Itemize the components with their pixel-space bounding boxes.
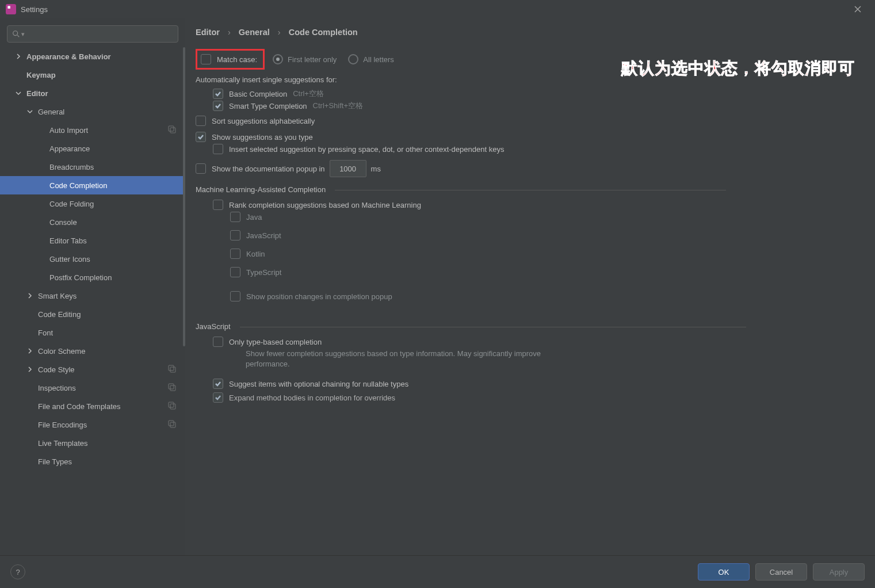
sidebar-item-code-completion[interactable]: Code Completion xyxy=(0,176,185,194)
sidebar-item-appearance[interactable]: Appearance xyxy=(0,139,185,158)
basic-completion-checkbox[interactable] xyxy=(213,89,223,99)
match-case-checkbox[interactable] xyxy=(201,54,211,64)
search-input[interactable]: ▾ xyxy=(7,25,178,43)
svg-rect-5 xyxy=(170,128,175,133)
sidebar-item-smart-keys[interactable]: Smart Keys xyxy=(0,287,185,305)
smart-shortcut-hint: Ctrl+Shift+空格 xyxy=(313,101,363,111)
svg-rect-13 xyxy=(170,422,175,427)
sidebar-item-appearance-behavior[interactable]: Appearance & Behavior xyxy=(0,47,185,66)
sidebar-item-live-templates[interactable]: Live Templates xyxy=(0,434,185,452)
insert-selected-checkbox[interactable] xyxy=(213,144,223,154)
sidebar-item-label: Appearance & Behavior xyxy=(26,52,111,61)
sidebar-item-file-encodings[interactable]: File Encodings xyxy=(0,415,185,434)
sidebar-item-console[interactable]: Console xyxy=(0,213,185,231)
ml-rank-label: Rank completion suggestions based on Mac… xyxy=(229,201,421,209)
chevron-down-icon xyxy=(25,109,35,114)
sidebar-item-label: Code Editing xyxy=(38,310,81,319)
scope-badge-icon xyxy=(168,420,176,430)
sidebar-item-color-scheme[interactable]: Color Scheme xyxy=(0,342,185,360)
sidebar-item-file-and-code-templates[interactable]: File and Code Templates xyxy=(0,397,185,415)
sidebar-item-label: Code Style xyxy=(38,365,75,374)
close-button[interactable] xyxy=(846,1,869,18)
chevron-right-icon: › xyxy=(228,28,231,37)
smart-completion-checkbox[interactable] xyxy=(213,101,223,111)
sidebar-item-code-folding[interactable]: Code Folding xyxy=(0,194,185,213)
svg-rect-8 xyxy=(169,384,174,389)
chevron-down-icon xyxy=(14,90,23,96)
apply-button[interactable]: Apply xyxy=(813,563,865,581)
sidebar-item-label: Auto Import xyxy=(49,126,88,135)
js-optional-chain-checkbox[interactable] xyxy=(213,379,223,389)
sidebar-item-label: General xyxy=(38,108,64,116)
ok-button[interactable]: OK xyxy=(698,563,750,581)
search-icon xyxy=(12,30,20,38)
breadcrumb-item[interactable]: Editor xyxy=(196,28,220,37)
doc-delay-input[interactable] xyxy=(330,160,366,177)
help-button[interactable]: ? xyxy=(10,564,25,579)
sidebar-item-editor-tabs[interactable]: Editor Tabs xyxy=(0,231,185,250)
sidebar-item-inspections[interactable]: Inspections xyxy=(0,379,185,397)
first-letter-radio[interactable] xyxy=(273,54,283,64)
breadcrumb: Editor › General › Code Completion xyxy=(185,18,875,47)
sort-alpha-checkbox[interactable] xyxy=(196,116,206,126)
svg-rect-6 xyxy=(169,365,174,371)
show-doc-suffix: ms xyxy=(371,165,381,173)
ml-js-checkbox[interactable] xyxy=(230,230,240,240)
match-case-highlight: Match case: xyxy=(196,49,265,70)
all-letters-label: All letters xyxy=(363,55,393,64)
sidebar-item-auto-import[interactable]: Auto Import xyxy=(0,121,185,139)
app-logo-icon xyxy=(6,4,16,14)
sidebar-item-label: Inspections xyxy=(38,384,76,392)
sidebar-item-code-style[interactable]: Code Style xyxy=(0,360,185,379)
ml-show-pos-checkbox[interactable] xyxy=(230,291,240,301)
show-as-type-checkbox[interactable] xyxy=(196,132,206,142)
sidebar-item-breadcrumbs[interactable]: Breadcrumbs xyxy=(0,158,185,176)
sidebar-item-postfix-completion[interactable]: Postfix Completion xyxy=(0,268,185,287)
svg-point-2 xyxy=(13,31,18,36)
breadcrumb-item[interactable]: General xyxy=(239,28,270,37)
match-case-label: Match case: xyxy=(217,55,257,64)
js-expand-bodies-label: Expand method bodies in completion for o… xyxy=(229,394,395,402)
sidebar-item-label: File Encodings xyxy=(38,421,87,429)
sidebar-item-keymap[interactable]: Keymap xyxy=(0,66,185,84)
sidebar-item-label: Keymap xyxy=(26,71,56,79)
sidebar-item-label: Live Templates xyxy=(38,439,87,448)
chevron-right-icon: › xyxy=(278,28,281,37)
sidebar: ▾ Appearance & BehaviorKeymapEditorGener… xyxy=(0,18,185,556)
insert-selected-label: Insert selected suggestion by pressing s… xyxy=(229,145,504,154)
footer: ? OK Cancel Apply xyxy=(0,555,875,588)
all-letters-radio[interactable] xyxy=(348,54,358,64)
ml-rank-checkbox[interactable] xyxy=(213,200,223,210)
svg-rect-11 xyxy=(170,404,175,409)
svg-rect-0 xyxy=(6,4,16,14)
show-as-type-label: Show suggestions as you type xyxy=(212,133,313,142)
sidebar-item-editor[interactable]: Editor xyxy=(0,84,185,102)
js-only-type-label: Only type-based completion xyxy=(229,338,322,346)
chevron-right-icon xyxy=(25,293,35,299)
chevron-right-icon xyxy=(14,54,23,59)
ml-ts-checkbox[interactable] xyxy=(230,267,240,277)
breadcrumb-item: Code Completion xyxy=(289,28,358,37)
sidebar-item-gutter-icons[interactable]: Gutter Icons xyxy=(0,250,185,268)
chevron-right-icon xyxy=(25,366,35,372)
show-doc-checkbox[interactable] xyxy=(196,163,206,174)
cancel-button[interactable]: Cancel xyxy=(755,563,807,581)
sort-alpha-label: Sort suggestions alphabetically xyxy=(212,117,315,125)
js-optional-chain-label: Suggest items with optional chaining for… xyxy=(229,380,408,388)
sidebar-item-file-types[interactable]: File Types xyxy=(0,452,185,471)
js-only-type-desc: Show fewer completion suggestions based … xyxy=(246,349,545,369)
ml-java-label: Java xyxy=(246,213,262,222)
smart-completion-label: Smart Type Completion xyxy=(229,102,307,110)
js-section-title: JavaScript xyxy=(196,322,865,331)
sidebar-item-label: Smart Keys xyxy=(38,292,77,300)
svg-rect-7 xyxy=(170,367,175,372)
ml-kotlin-label: Kotlin xyxy=(246,250,265,258)
js-expand-bodies-checkbox[interactable] xyxy=(213,392,223,403)
sidebar-item-code-editing[interactable]: Code Editing xyxy=(0,305,185,323)
js-only-type-checkbox[interactable] xyxy=(213,337,223,347)
scope-badge-icon xyxy=(168,383,176,393)
ml-java-checkbox[interactable] xyxy=(230,212,240,222)
sidebar-item-font[interactable]: Font xyxy=(0,323,185,342)
ml-kotlin-checkbox[interactable] xyxy=(230,249,240,259)
sidebar-item-general[interactable]: General xyxy=(0,102,185,121)
